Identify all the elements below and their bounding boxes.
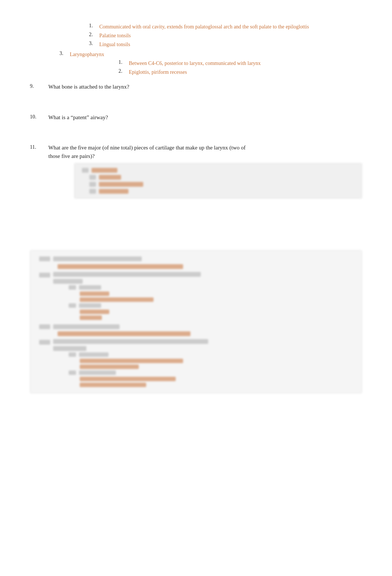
list-item: 3. Laryngopharynx [59,51,362,58]
question-number: 9. [30,83,48,89]
question-number: 11. [30,144,48,150]
laryngopharynx-subs: 1. Between C4-C6, posterior to larynx, c… [118,59,362,76]
question-number: 10. [30,113,48,120]
q11-blurred-answer [74,163,362,199]
list-num: 2. [118,68,129,74]
list-num: 1. [89,23,99,29]
question-text: What bone is attached to the larynx? [48,83,129,91]
list-num: 1. [118,59,129,65]
laryngopharynx-section: 3. Laryngopharynx 1. Between C4-C6, post… [59,51,362,76]
question-9: 9. What bone is attached to the larynx? [30,83,362,91]
question-11: 11. What are the five major (of nine tot… [30,144,362,199]
question-line: 11. What are the five major (of nine tot… [30,144,362,160]
question-text: What are the five major (of nine total) … [48,144,255,160]
list-item: 1. Communicated with oral cavity, extend… [89,23,362,31]
list-text: Laryngopharynx [70,51,104,58]
list-item: 2. Palatine tonsils [89,32,362,39]
list-text: Lingual tonsils [99,41,130,48]
list-text: Between C4-C6, posterior to larynx, comm… [129,59,261,67]
list-num: 2. [89,32,99,38]
list-text: Communicated with oral cavity, extends f… [99,23,309,31]
list-item: 3. Lingual tonsils [89,41,362,48]
blurred-bottom-section [30,250,362,393]
question-line: 9. What bone is attached to the larynx? [30,83,362,91]
oral-cavity-list: 1. Communicated with oral cavity, extend… [89,23,362,48]
list-item: 1. Between C4-C6, posterior to larynx, c… [118,59,362,67]
list-num: 3. [89,41,99,46]
question-line: 10. What is a “patent” airway? [30,113,362,122]
question-text: What is a “patent” airway? [48,113,108,122]
page-content: 1. Communicated with oral cavity, extend… [30,23,362,393]
question-10: 10. What is a “patent” airway? [30,113,362,122]
list-num: 3. [59,51,70,56]
list-text: Palatine tonsils [99,32,131,39]
list-text: Epiglottis, piriform recesses [129,68,187,76]
list-item: 2. Epiglottis, piriform recesses [118,68,362,76]
